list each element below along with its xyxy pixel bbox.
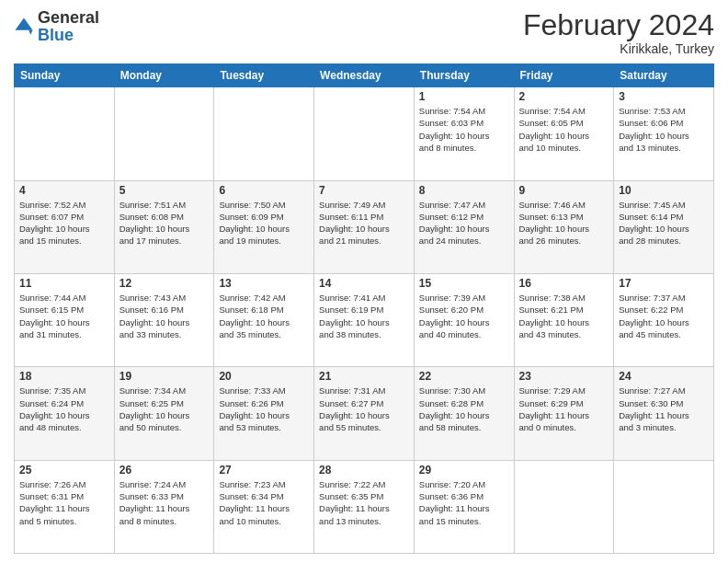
- title-area: February 2024 Kirikkale, Turkey: [523, 9, 714, 56]
- calendar-header-row: SundayMondayTuesdayWednesdayThursdayFrid…: [15, 64, 714, 87]
- logo-text: General Blue: [38, 9, 99, 44]
- day-info: Sunrise: 7:52 AM Sunset: 6:07 PM Dayligh…: [19, 199, 109, 247]
- calendar-cell: 18Sunrise: 7:35 AM Sunset: 6:24 PM Dayli…: [15, 367, 115, 460]
- header-day-saturday: Saturday: [614, 64, 714, 87]
- calendar-cell: 22Sunrise: 7:30 AM Sunset: 6:28 PM Dayli…: [414, 367, 514, 460]
- calendar-cell: 10Sunrise: 7:45 AM Sunset: 6:14 PM Dayli…: [614, 180, 714, 273]
- day-number: 23: [519, 370, 609, 383]
- header-day-friday: Friday: [514, 64, 614, 87]
- calendar-cell: 17Sunrise: 7:37 AM Sunset: 6:22 PM Dayli…: [614, 273, 714, 366]
- day-info: Sunrise: 7:43 AM Sunset: 6:16 PM Dayligh…: [119, 292, 210, 340]
- calendar-cell: 19Sunrise: 7:34 AM Sunset: 6:25 PM Dayli…: [114, 367, 214, 460]
- calendar-cell: [314, 87, 415, 180]
- day-info: Sunrise: 7:37 AM Sunset: 6:22 PM Dayligh…: [619, 292, 709, 340]
- month-title: February 2024: [523, 9, 714, 41]
- day-info: Sunrise: 7:54 AM Sunset: 6:03 PM Dayligh…: [419, 105, 509, 154]
- day-info: Sunrise: 7:33 AM Sunset: 6:26 PM Dayligh…: [219, 385, 309, 433]
- calendar-cell: 27Sunrise: 7:23 AM Sunset: 6:34 PM Dayli…: [214, 460, 314, 553]
- calendar-week-4: 18Sunrise: 7:35 AM Sunset: 6:24 PM Dayli…: [15, 367, 714, 460]
- day-number: 25: [19, 464, 109, 477]
- calendar-cell: 5Sunrise: 7:51 AM Sunset: 6:08 PM Daylig…: [114, 180, 214, 273]
- day-number: 18: [19, 370, 109, 383]
- calendar-cell: 21Sunrise: 7:31 AM Sunset: 6:27 PM Dayli…: [314, 367, 415, 460]
- calendar-cell: 3Sunrise: 7:53 AM Sunset: 6:06 PM Daylig…: [614, 87, 714, 180]
- header-day-wednesday: Wednesday: [314, 64, 415, 87]
- calendar-cell: [214, 87, 314, 180]
- logo: General Blue: [14, 9, 99, 44]
- day-info: Sunrise: 7:22 AM Sunset: 6:35 PM Dayligh…: [319, 478, 409, 527]
- day-info: Sunrise: 7:30 AM Sunset: 6:28 PM Dayligh…: [419, 385, 509, 433]
- calendar-table: SundayMondayTuesdayWednesdayThursdayFrid…: [14, 63, 714, 554]
- day-info: Sunrise: 7:39 AM Sunset: 6:20 PM Dayligh…: [419, 292, 509, 340]
- day-info: Sunrise: 7:27 AM Sunset: 6:30 PM Dayligh…: [619, 385, 709, 433]
- day-info: Sunrise: 7:41 AM Sunset: 6:19 PM Dayligh…: [319, 292, 409, 340]
- day-number: 28: [319, 464, 409, 477]
- logo-icon: [14, 17, 34, 37]
- page: General Blue February 2024 Kirikkale, Tu…: [0, 0, 728, 563]
- day-number: 9: [519, 184, 609, 197]
- calendar-cell: 28Sunrise: 7:22 AM Sunset: 6:35 PM Dayli…: [314, 460, 415, 553]
- header: General Blue February 2024 Kirikkale, Tu…: [14, 9, 714, 56]
- day-info: Sunrise: 7:42 AM Sunset: 6:18 PM Dayligh…: [219, 292, 309, 340]
- day-info: Sunrise: 7:35 AM Sunset: 6:24 PM Dayligh…: [19, 385, 109, 433]
- day-number: 11: [19, 277, 109, 290]
- day-number: 5: [119, 184, 210, 197]
- day-info: Sunrise: 7:47 AM Sunset: 6:12 PM Dayligh…: [419, 199, 509, 247]
- day-info: Sunrise: 7:26 AM Sunset: 6:31 PM Dayligh…: [19, 478, 109, 527]
- day-info: Sunrise: 7:53 AM Sunset: 6:06 PM Dayligh…: [619, 105, 709, 154]
- svg-marker-0: [15, 17, 32, 29]
- day-number: 6: [219, 184, 309, 197]
- header-day-tuesday: Tuesday: [214, 64, 314, 87]
- calendar-cell: 14Sunrise: 7:41 AM Sunset: 6:19 PM Dayli…: [314, 273, 415, 366]
- day-number: 26: [119, 464, 210, 477]
- svg-marker-1: [28, 30, 32, 35]
- day-number: 21: [319, 370, 409, 383]
- day-info: Sunrise: 7:34 AM Sunset: 6:25 PM Dayligh…: [119, 385, 210, 433]
- day-number: 2: [519, 90, 609, 103]
- day-number: 24: [619, 370, 709, 383]
- calendar-cell: [15, 87, 115, 180]
- calendar-cell: 24Sunrise: 7:27 AM Sunset: 6:30 PM Dayli…: [614, 367, 714, 460]
- day-number: 4: [19, 184, 109, 197]
- calendar-cell: [114, 87, 214, 180]
- calendar-cell: 25Sunrise: 7:26 AM Sunset: 6:31 PM Dayli…: [15, 460, 115, 553]
- logo-blue: Blue: [38, 26, 74, 44]
- calendar-cell: 1Sunrise: 7:54 AM Sunset: 6:03 PM Daylig…: [414, 87, 514, 180]
- day-info: Sunrise: 7:49 AM Sunset: 6:11 PM Dayligh…: [319, 199, 409, 247]
- header-day-sunday: Sunday: [15, 64, 115, 87]
- logo-general: General: [38, 8, 99, 27]
- calendar-cell: 16Sunrise: 7:38 AM Sunset: 6:21 PM Dayli…: [514, 273, 614, 366]
- day-info: Sunrise: 7:31 AM Sunset: 6:27 PM Dayligh…: [319, 385, 409, 433]
- day-number: 27: [219, 464, 309, 477]
- calendar-week-1: 1Sunrise: 7:54 AM Sunset: 6:03 PM Daylig…: [15, 87, 714, 180]
- day-number: 16: [519, 277, 609, 290]
- calendar-cell: 20Sunrise: 7:33 AM Sunset: 6:26 PM Dayli…: [214, 367, 314, 460]
- day-info: Sunrise: 7:29 AM Sunset: 6:29 PM Dayligh…: [519, 385, 609, 433]
- day-info: Sunrise: 7:51 AM Sunset: 6:08 PM Dayligh…: [119, 199, 210, 247]
- day-number: 13: [219, 277, 309, 290]
- calendar-cell: 12Sunrise: 7:43 AM Sunset: 6:16 PM Dayli…: [114, 273, 214, 366]
- calendar-cell: 9Sunrise: 7:46 AM Sunset: 6:13 PM Daylig…: [514, 180, 614, 273]
- calendar-cell: 15Sunrise: 7:39 AM Sunset: 6:20 PM Dayli…: [414, 273, 514, 366]
- calendar-week-5: 25Sunrise: 7:26 AM Sunset: 6:31 PM Dayli…: [15, 460, 714, 553]
- day-number: 10: [619, 184, 709, 197]
- calendar-week-3: 11Sunrise: 7:44 AM Sunset: 6:15 PM Dayli…: [15, 273, 714, 366]
- day-number: 3: [619, 90, 709, 103]
- day-info: Sunrise: 7:50 AM Sunset: 6:09 PM Dayligh…: [219, 199, 309, 247]
- location-subtitle: Kirikkale, Turkey: [523, 41, 714, 56]
- calendar-cell: 13Sunrise: 7:42 AM Sunset: 6:18 PM Dayli…: [214, 273, 314, 366]
- day-number: 8: [419, 184, 509, 197]
- calendar-cell: 6Sunrise: 7:50 AM Sunset: 6:09 PM Daylig…: [214, 180, 314, 273]
- calendar-week-2: 4Sunrise: 7:52 AM Sunset: 6:07 PM Daylig…: [15, 180, 714, 273]
- day-info: Sunrise: 7:45 AM Sunset: 6:14 PM Dayligh…: [619, 199, 709, 247]
- day-number: 22: [419, 370, 509, 383]
- day-info: Sunrise: 7:23 AM Sunset: 6:34 PM Dayligh…: [219, 478, 309, 527]
- day-info: Sunrise: 7:24 AM Sunset: 6:33 PM Dayligh…: [119, 478, 210, 527]
- day-info: Sunrise: 7:46 AM Sunset: 6:13 PM Dayligh…: [519, 199, 609, 247]
- calendar-cell: 4Sunrise: 7:52 AM Sunset: 6:07 PM Daylig…: [15, 180, 115, 273]
- day-info: Sunrise: 7:38 AM Sunset: 6:21 PM Dayligh…: [519, 292, 609, 340]
- calendar-cell: 2Sunrise: 7:54 AM Sunset: 6:05 PM Daylig…: [514, 87, 614, 180]
- calendar-cell: 11Sunrise: 7:44 AM Sunset: 6:15 PM Dayli…: [15, 273, 115, 366]
- header-day-thursday: Thursday: [414, 64, 514, 87]
- day-number: 7: [319, 184, 409, 197]
